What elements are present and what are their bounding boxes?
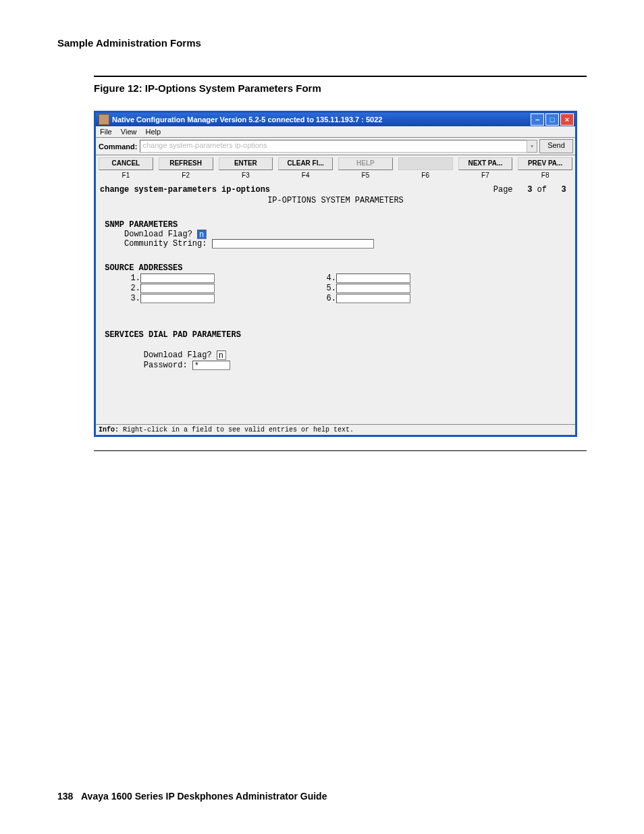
page-footer: 138 Avaya 1600 Series IP Deskphones Admi… <box>57 791 327 802</box>
info-bar: Info: Right-click in a field to see vali… <box>96 424 575 435</box>
next-page-button[interactable]: NEXT PA... <box>458 157 513 170</box>
clear-field-button[interactable]: CLEAR FI... <box>278 157 333 170</box>
source-addresses-header: SOURCE ADDRESSES <box>100 263 571 273</box>
term-command: change system-parameters ip-options <box>100 185 493 194</box>
services-header: SERVICES DIAL PAD PARAMETERS <box>100 330 571 340</box>
addr-num-3: 3. <box>100 294 140 303</box>
command-dropdown-icon[interactable]: ▾ <box>527 140 537 153</box>
snmp-download-row: Download Flag? n <box>100 230 571 239</box>
minimize-button[interactable]: – <box>531 113 544 126</box>
addr-field-4[interactable] <box>336 273 410 283</box>
addr-num-1: 1. <box>100 273 140 283</box>
toolbar: CANCELF1 REFRESHF2 ENTERF3 CLEAR FI...F4… <box>96 155 575 181</box>
cancel-button[interactable]: CANCEL <box>99 157 153 170</box>
services-download-row: Download Flag? n <box>100 350 571 360</box>
snmp-header: SNMP PARAMETERS <box>100 220 571 230</box>
fkey-f1: F1 <box>96 171 156 181</box>
addr-field-5[interactable] <box>336 284 410 293</box>
fkey-f8: F8 <box>515 171 575 181</box>
addr-num-6: 6. <box>316 294 336 303</box>
app-icon <box>99 114 109 125</box>
addr-num-4: 4. <box>316 273 336 283</box>
window-title: Native Configuration Manager Version 5.2… <box>112 115 382 124</box>
titlebar[interactable]: Native Configuration Manager Version 5.2… <box>96 113 575 126</box>
enter-button[interactable]: ENTER <box>219 157 273 170</box>
help-button[interactable]: HELP <box>338 157 393 170</box>
services-download-field[interactable]: n <box>217 350 226 360</box>
fkey-f3: F3 <box>216 171 276 181</box>
fkey-f5: F5 <box>336 171 396 181</box>
addr-num-5: 5. <box>316 284 336 293</box>
fkey-f6: F6 <box>396 171 456 181</box>
addr-field-1[interactable] <box>140 273 215 283</box>
snmp-community-row: Community String: <box>100 239 571 249</box>
menu-view[interactable]: View <box>121 128 137 136</box>
menu-file[interactable]: File <box>100 128 112 136</box>
command-label: Command: <box>96 140 140 153</box>
close-button[interactable]: × <box>560 113 574 126</box>
command-input[interactable]: change system-parameters ip-options <box>140 140 527 153</box>
form-title: IP-OPTIONS SYSTEM PARAMETERS <box>100 196 571 205</box>
services-password-field[interactable]: * <box>192 361 230 370</box>
toolbar-empty-slot <box>398 157 453 170</box>
refresh-button[interactable]: REFRESH <box>159 157 213 170</box>
services-password-row: Password: * <box>100 361 571 370</box>
maximize-button[interactable]: □ <box>545 113 559 126</box>
snmp-download-field[interactable]: n <box>197 230 207 239</box>
fkey-f7: F7 <box>456 171 516 181</box>
snmp-community-field[interactable] <box>212 239 374 249</box>
addr-num-2: 2. <box>100 284 140 293</box>
addr-field-2[interactable] <box>140 284 215 293</box>
figure-caption: Figure 12: IP-Options System Parameters … <box>94 82 587 94</box>
rule-bottom <box>94 450 587 451</box>
fkey-f4: F4 <box>275 171 336 181</box>
send-button[interactable]: Send <box>539 139 573 153</box>
addr-field-6[interactable] <box>336 294 410 303</box>
page-indicator: Page 3 of 3 <box>493 185 571 194</box>
menu-help[interactable]: Help <box>146 128 161 136</box>
menubar: File View Help <box>96 126 575 137</box>
fkey-f2: F2 <box>156 171 216 181</box>
terminal-area: change system-parameters ip-options Page… <box>96 181 575 435</box>
prev-page-button[interactable]: PREV PA... <box>518 157 572 170</box>
section-header: Sample Administration Forms <box>57 37 587 49</box>
addr-field-3[interactable] <box>140 294 215 303</box>
rule-top <box>94 76 587 77</box>
command-row: Command: change system-parameters ip-opt… <box>96 137 575 155</box>
app-window: Native Configuration Manager Version 5.2… <box>94 111 577 437</box>
